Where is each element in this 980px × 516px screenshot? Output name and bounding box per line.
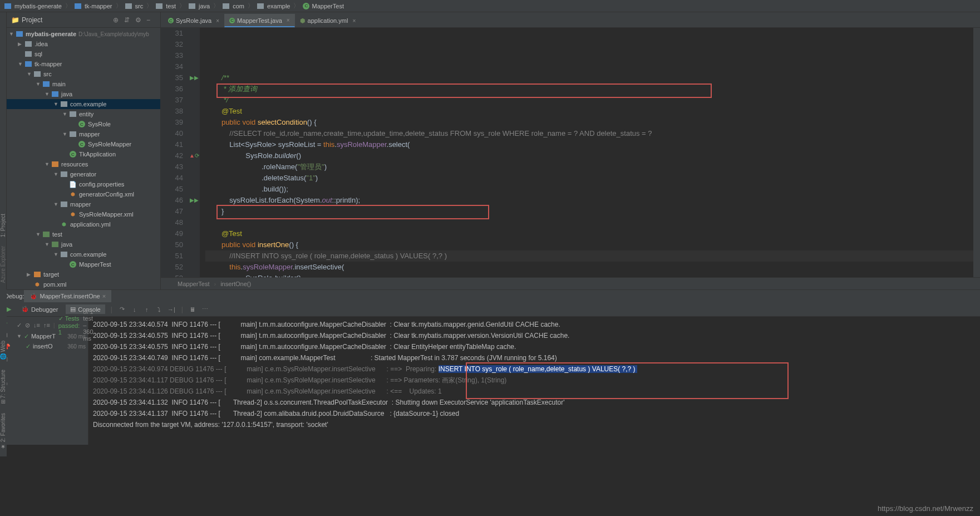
breadcrumb-class[interactable]: MapperTest [178,281,209,287]
console-line: 2020-09-15 23:34:40.575 INFO 11476 --- [… [93,330,976,341]
tree-item[interactable]: ▼com.example [7,249,160,259]
console-line: 2020-09-15 23:34:41.137 INFO 11476 --- [… [93,408,976,419]
tree-item[interactable]: ▶.idea [7,39,160,49]
azure-tool-tab[interactable]: Azure Explorer [0,242,6,287]
eval-icon[interactable]: 🖩 [189,305,198,314]
editor-breadcrumb[interactable]: MapperTest › insertOne() [161,277,980,289]
project-tool-tab[interactable]: 1: Project [0,209,6,242]
editor-tabs[interactable]: CSysRole.java×CMapperTest.java×⬢applicat… [161,12,980,28]
breadcrumb-item[interactable]: mybatis-generate [14,3,62,9]
test-tree[interactable]: ✓ ⊘ ↓≡ ↑≡ | ✓ Tests passed: 1 of 1 test … [13,317,88,445]
debug-run-config[interactable]: 🐞 MapperTest.insertOne × [24,290,111,302]
debug-toolbar: ▶ 🐞 Debugger ▤ Console | ↷ ↓ ↑ ⤵ →| | 🖩 … [0,302,980,317]
structure-tool-tab[interactable]: ⊞ 7: Structure [0,365,7,409]
close-icon[interactable]: × [216,18,219,24]
step-over-icon[interactable]: ↷ [118,305,127,314]
gutter-icons[interactable]: ▶▶▲⟳▶▶ [189,28,200,277]
console-line: 2020-09-15 23:34:40.974 DEBUG 11476 --- … [93,363,976,375]
tree-item[interactable]: CTkApplication [7,149,160,159]
tree-item[interactable]: CSysRole [7,119,160,129]
console-line: 2020-09-15 23:34:41.117 DEBUG 11476 --- … [93,375,976,386]
test-item[interactable]: ✓insertO360 ms [16,341,86,351]
tree-item[interactable]: ▶target [7,269,160,279]
left-tool-tabs[interactable]: 1: Project Azure Explorer [0,12,7,289]
debug-panel: Debug: 🐞 MapperTest.insertOne × ▶ 🐞 Debu… [0,289,980,445]
console-line: 2020-09-15 23:34:40.574 INFO 11476 --- [… [93,319,976,330]
tree-item[interactable]: ⬢SysRoleMapper.xml [7,209,160,219]
tree-item[interactable]: ⬢generatorConfig.xml [7,189,160,199]
tree-item[interactable]: ▼src [7,69,160,79]
favorites-tool-tab[interactable]: ★ 2: Favorites [0,409,7,454]
tree-item[interactable]: ▼tk-mapper [7,59,160,69]
web-tool-tab[interactable]: 🌐 Web [0,336,7,365]
step-icon[interactable]: ⤵ [155,305,164,314]
tree-item[interactable]: ▼com.example [7,99,160,109]
more-icon[interactable]: ⋯ [201,305,210,314]
tree-item[interactable]: ▼generator [7,169,160,179]
editor-area: CSysRole.java×CMapperTest.java×⬢applicat… [161,12,980,289]
code-content[interactable]: /** * 添加查询 */ @Test public void selectCo… [200,28,973,277]
debug-header: Debug: 🐞 MapperTest.insertOne × [0,290,980,302]
collapse-icon[interactable]: ⇵ [124,16,132,24]
tree-item[interactable]: CSysRoleMapper [7,139,160,149]
tree-item[interactable]: CMapperTest [7,259,160,269]
tree-item[interactable]: 📄config.properties [7,179,160,189]
breadcrumb-item[interactable]: test [166,3,176,9]
tree-item[interactable]: ⬢pom.xml [7,279,160,289]
breadcrumb-item[interactable]: MapperTest [312,3,343,9]
tree-item[interactable]: ▼mapper [7,199,160,209]
editor-tab[interactable]: CMapperTest.java× [224,14,295,27]
hide-icon[interactable]: − [146,16,154,24]
test-item[interactable]: ▼✓MapperT360 ms [16,331,86,341]
tree-item[interactable]: ▼resources [7,159,160,169]
tree-item[interactable]: ▼java [7,239,160,249]
close-icon[interactable]: × [102,293,106,299]
tree-item[interactable]: ▼entity [7,109,160,119]
debug-title: Debug: [4,293,24,299]
step-into-icon[interactable]: ↓ [130,305,139,314]
tree-item[interactable]: sql [7,49,160,59]
breadcrumb-item[interactable]: example [267,3,290,9]
sort-icon[interactable]: ↑≡ [43,322,50,328]
watermark: https://blog.csdn.net/Mrwenzz [878,504,973,513]
step-out-icon[interactable]: ↑ [142,305,151,314]
tree-item[interactable]: ▼java [7,89,160,99]
tree-item[interactable]: ▼mapper [7,129,160,139]
breadcrumb-item[interactable]: src [135,3,144,9]
filter-icon[interactable]: ↓≡ [33,322,40,328]
line-gutter: 3132333435363738394041424344454647484950… [161,28,189,277]
breadcrumb-item[interactable]: java [199,3,210,9]
console-line: Disconnected from the target VM, address… [93,419,976,430]
editor-tab[interactable]: ⬢application.yml× [295,14,361,27]
breadcrumb-item[interactable]: com [233,3,244,9]
close-icon[interactable]: × [352,18,356,24]
breadcrumb-method[interactable]: insertOne() [220,281,251,287]
console-output[interactable]: 2020-09-15 23:34:40.574 INFO 11476 --- [… [88,317,980,445]
console-icon: ▤ [70,306,76,313]
tests-passed-label: ✓ Tests passed: 1 [58,315,80,336]
project-panel-title: Project [22,16,111,24]
project-panel-header: 📁 Project ⊕ ⇵ ⚙ − [7,12,160,28]
breadcrumb-item[interactable]: tk-mapper [85,3,112,9]
console-line: 2020-09-15 23:34:40.575 INFO 11476 --- [… [93,341,976,352]
bug-icon: 🐞 [29,293,37,300]
tree-item[interactable]: ▼main [7,79,160,89]
console-line: 2020-09-15 23:34:41.126 DEBUG 11476 --- … [93,386,976,397]
check-icon[interactable]: ✓ [17,322,22,329]
close-icon[interactable]: × [287,17,290,23]
editor-body[interactable]: 3132333435363738394041424344454647484950… [161,28,980,277]
editor-tab[interactable]: CSysRole.java× [163,14,224,27]
debugger-tab[interactable]: 🐞 Debugger [17,304,62,314]
editor-scrollbar[interactable] [973,28,980,277]
x-icon[interactable]: ⊘ [25,322,30,329]
left-tool-tabs-bottom[interactable]: 🌐 Web ⊞ 7: Structure ★ 2: Favorites [0,289,7,456]
project-tree[interactable]: ▼mybatis-generateD:\Java_Example\study\m… [7,28,160,289]
console-line: 2020-09-15 23:34:40.749 INFO 11476 --- [… [93,352,976,363]
sync-icon[interactable]: ⊕ [113,16,121,24]
run-to-icon[interactable]: →| [167,305,176,314]
tree-root[interactable]: ▼mybatis-generateD:\Java_Example\study\m… [7,29,160,39]
tree-item[interactable]: ⬢application.yml [7,219,160,229]
tree-item[interactable]: ▼test [7,229,160,239]
gear-icon[interactable]: ⚙ [135,16,143,24]
bug-icon: 🐞 [21,306,29,313]
